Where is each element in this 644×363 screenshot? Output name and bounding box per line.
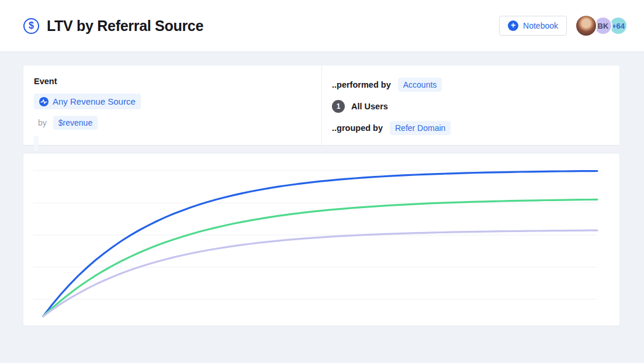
event-name: Any Revenue Source	[53, 96, 136, 106]
chart-line-series-1-blue	[43, 171, 597, 317]
plus-circle-icon: +	[508, 20, 518, 31]
event-section: Event Any Revenue Source by $revenue	[23, 65, 322, 145]
segmentation-section: ..performed by Accounts 1 All Users ..gr…	[322, 65, 619, 145]
chart-card	[23, 154, 619, 326]
property-selector[interactable]: $revenue	[53, 116, 98, 130]
event-section-label: Event	[34, 77, 311, 86]
user-avatar-photo[interactable]	[575, 15, 597, 37]
performed-by-label: ..performed by	[332, 80, 391, 89]
avatar-stack: BK +64	[575, 15, 628, 37]
by-label: by	[38, 118, 47, 127]
chart-line-series-2-green	[43, 199, 597, 316]
ltv-line-chart	[23, 154, 619, 326]
performed-by-selector[interactable]: Accounts	[398, 78, 442, 92]
app-header: $ LTV by Referral Source + Notebook BK +…	[0, 0, 644, 52]
notebook-button[interactable]: + Notebook	[499, 16, 567, 36]
segment-index-badge: 1	[332, 100, 345, 113]
page-title: LTV by Referral Source	[47, 18, 203, 34]
grouped-by-label: ..grouped by	[332, 123, 383, 133]
notebook-button-label: Notebook	[523, 21, 558, 30]
header-actions: + Notebook BK +64	[499, 15, 628, 37]
segment-label[interactable]: All Users	[351, 102, 388, 111]
event-type-icon	[39, 97, 49, 106]
add-step-stub[interactable]	[34, 136, 39, 151]
event-selector[interactable]: Any Revenue Source	[34, 94, 141, 109]
chart-line-series-3-purple	[43, 230, 597, 316]
dollar-circle-icon: $	[23, 18, 39, 34]
query-builder-card: Event Any Revenue Source by $revenue ..p…	[23, 65, 619, 145]
grouped-by-selector[interactable]: Refer Domain	[390, 121, 451, 135]
